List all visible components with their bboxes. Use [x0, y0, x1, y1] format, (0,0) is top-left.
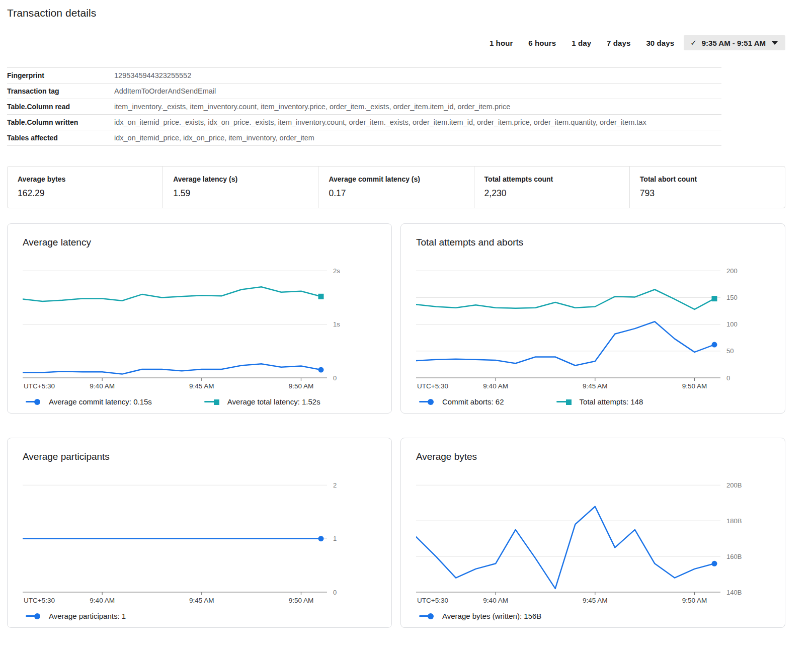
series-line-average-total-latency — [23, 287, 321, 301]
series-endpoint-marker-average-participants — [318, 536, 324, 541]
series-line-total-attempts — [416, 290, 714, 309]
x-axis-tick-label: 9:40 AM — [483, 597, 508, 604]
chart-card-average-latency: Average latency2s1s0UTC+5:309:40 AM9:45 … — [7, 223, 392, 414]
x-axis-tick-label: 9:45 AM — [583, 597, 608, 604]
property-label: Tables affected — [7, 134, 114, 142]
stat-average-bytes: Average bytes162.29 — [8, 167, 163, 208]
stat-label: Average bytes — [18, 175, 163, 183]
property-value: AddItemToOrderAndSendEmail — [114, 87, 721, 95]
time-range-options: 1 hour6 hours1 day7 days30 days — [484, 36, 680, 50]
time-range-option-1-day[interactable]: 1 day — [566, 36, 597, 50]
stat-value: 793 — [640, 188, 785, 199]
y-axis-tick-label: 140B — [726, 589, 742, 596]
x-axis-tick-label: 9:45 AM — [189, 597, 214, 604]
time-range-option-1-hour[interactable]: 1 hour — [484, 36, 518, 50]
property-label: Table.Column written — [7, 118, 114, 126]
property-value: idx_on_itemid_price, idx_on_price, item_… — [114, 134, 721, 142]
property-label: Table.Column read — [7, 103, 114, 111]
y-axis-tick-label: 50 — [726, 347, 734, 355]
x-axis-tick-label: 9:40 AM — [483, 382, 508, 390]
legend-item-average-total-latency[interactable]: Average total latency: 1.52s — [204, 397, 320, 406]
timezone-label: UTC+5:30 — [24, 382, 55, 390]
timezone-label: UTC+5:30 — [417, 382, 448, 390]
chart-card-total-attempts-and-aborts: Total attempts and aborts200150100500UTC… — [400, 223, 785, 414]
legend-square-marker-icon — [556, 398, 573, 405]
y-axis-tick-label: 180B — [726, 517, 742, 525]
transaction-details-page: Transaction details 1 hour6 hours1 day7 … — [7, 7, 785, 628]
stat-label: Average latency (s) — [173, 175, 318, 183]
y-axis-tick-label: 2s — [333, 267, 340, 275]
stat-total-attempts-count: Total attempts count2,230 — [474, 167, 629, 208]
property-row-table-column-read: Table.Column readitem_inventory._exists,… — [7, 99, 721, 115]
legend-item-average-commit-latency[interactable]: Average commit latency: 0.15s — [26, 397, 152, 406]
page-title: Transaction details — [7, 7, 785, 19]
series-endpoint-marker-average-bytes-written — [712, 561, 717, 566]
legend-square-marker-icon — [204, 398, 220, 405]
property-label: Fingerprint — [7, 71, 114, 79]
x-axis-tick-label: 9:45 AM — [583, 382, 608, 390]
y-axis-tick-label: 200 — [726, 267, 738, 275]
y-axis-tick-label: 160B — [726, 553, 742, 560]
stat-average-latency-s: Average latency (s)1.59 — [163, 167, 318, 208]
legend-label: Average commit latency: 0.15s — [49, 397, 152, 406]
chart-plot-average-participants: 210UTC+5:309:40 AM9:45 AM9:50 AM — [23, 474, 355, 607]
property-value: idx_on_itemid_price._exists, idx_on_pric… — [114, 118, 721, 126]
chevron-down-icon — [772, 41, 778, 45]
chart-legend: Average commit latency: 0.15sAverage tot… — [26, 397, 377, 406]
y-axis-tick-label: 0 — [726, 374, 730, 382]
x-axis-tick-label: 9:50 AM — [682, 597, 707, 604]
chart-title: Average participants — [23, 451, 377, 462]
stat-value: 2,230 — [484, 188, 629, 199]
property-row-fingerprint: Fingerprint1295345944323255552 — [7, 68, 721, 84]
legend-label: Commit aborts: 62 — [442, 397, 504, 406]
y-axis-tick-label: 0 — [333, 374, 337, 382]
legend-label: Total attempts: 148 — [580, 397, 643, 406]
legend-item-average-participants[interactable]: Average participants: 1 — [26, 612, 126, 620]
chart-card-average-participants: Average participants210UTC+5:309:40 AM9:… — [7, 438, 392, 628]
time-range-option-7-days[interactable]: 7 days — [601, 36, 636, 50]
legend-label: Average participants: 1 — [49, 612, 126, 620]
chart-legend: Average bytes (written): 156B — [419, 612, 771, 620]
stat-label: Average commit latency (s) — [329, 175, 473, 183]
time-range-option-30-days[interactable]: 30 days — [640, 36, 680, 50]
time-range-selected-dropdown[interactable]: ✓ 9:35 AM - 9:51 AM — [684, 35, 785, 50]
legend-item-total-attempts[interactable]: Total attempts: 148 — [556, 397, 643, 406]
y-axis-tick-label: 1s — [333, 320, 340, 328]
property-row-tables-affected: Tables affectedidx_on_itemid_price, idx_… — [7, 130, 721, 146]
y-axis-tick-label: 2 — [333, 481, 337, 489]
charts-grid: Average latency2s1s0UTC+5:309:40 AM9:45 … — [7, 223, 785, 628]
legend-item-average-bytes-written[interactable]: Average bytes (written): 156B — [419, 612, 541, 620]
stat-total-abort-count: Total abort count793 — [629, 167, 785, 208]
y-axis-tick-label: 0 — [333, 589, 337, 596]
property-row-transaction-tag: Transaction tagAddItemToOrderAndSendEmai… — [7, 84, 721, 99]
legend-label: Average total latency: 1.52s — [227, 397, 320, 406]
stat-value: 162.29 — [18, 188, 163, 199]
stat-label: Total attempts count — [484, 175, 629, 183]
stat-average-commit-latency-s: Average commit latency (s)0.17 — [318, 167, 473, 208]
summary-stats-card: Average bytes162.29Average latency (s)1.… — [7, 166, 785, 208]
series-line-average-bytes-written — [416, 507, 714, 589]
legend-item-commit-aborts[interactable]: Commit aborts: 62 — [419, 397, 504, 406]
legend-circle-marker-icon — [419, 398, 435, 405]
chart-title: Average latency — [23, 237, 377, 248]
chart-title: Total attempts and aborts — [416, 237, 771, 248]
x-axis-tick-label: 9:40 AM — [90, 597, 115, 604]
stat-label: Total abort count — [640, 175, 785, 183]
x-axis-tick-label: 9:50 AM — [289, 382, 314, 390]
stat-value: 0.17 — [329, 188, 473, 199]
transaction-properties-table: Fingerprint1295345944323255552Transactio… — [7, 67, 721, 146]
y-axis-tick-label: 200B — [726, 481, 742, 489]
legend-circle-marker-icon — [26, 613, 42, 620]
timezone-label: UTC+5:30 — [24, 597, 55, 604]
series-line-commit-aborts — [416, 321, 714, 365]
chart-plot-total-attempts-and-aborts: 200150100500UTC+5:309:40 AM9:45 AM9:50 A… — [416, 260, 749, 392]
time-range-option-6-hours[interactable]: 6 hours — [523, 36, 561, 50]
stat-value: 1.59 — [173, 188, 318, 199]
y-axis-tick-label: 1 — [333, 535, 337, 542]
property-value: item_inventory._exists, item_inventory.c… — [114, 103, 721, 111]
check-icon: ✓ — [690, 38, 697, 47]
property-label: Transaction tag — [7, 87, 114, 95]
time-range-bar: 1 hour6 hours1 day7 days30 days ✓ 9:35 A… — [7, 35, 785, 50]
x-axis-tick-label: 9:40 AM — [90, 382, 115, 390]
series-endpoint-marker-average-commit-latency — [318, 367, 324, 373]
